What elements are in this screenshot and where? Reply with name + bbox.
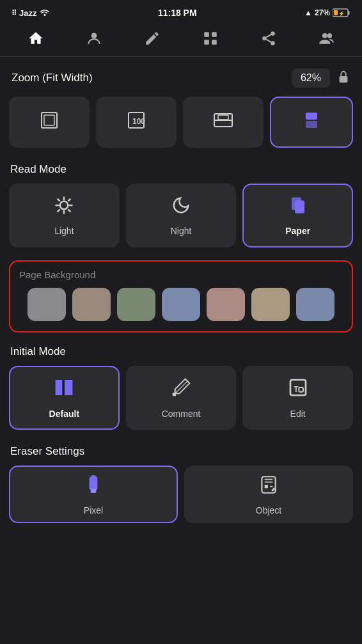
- init-edit-label: Edit: [290, 409, 306, 419]
- svg-rect-24: [306, 113, 317, 120]
- mode-night-label: Night: [171, 226, 192, 236]
- zoom-label: Zoom (Fit Width): [12, 72, 93, 84]
- svg-rect-6: [212, 32, 217, 37]
- read-mode-title: Read Mode: [9, 163, 353, 176]
- eraser-object-label: Object: [256, 505, 281, 515]
- svg-point-15: [327, 33, 332, 38]
- color-swatch-1[interactable]: [72, 288, 111, 321]
- initial-mode-grid: Default Comment T Edit: [9, 366, 353, 430]
- initial-mode-title: Initial Mode: [9, 345, 353, 358]
- svg-line-31: [58, 199, 60, 201]
- svg-point-26: [60, 201, 68, 209]
- mode-light-label: Light: [54, 226, 74, 236]
- svg-rect-8: [212, 40, 217, 45]
- actual-size-icon: 100: [126, 110, 146, 135]
- svg-text:⚡: ⚡: [338, 10, 345, 17]
- fit-width-icon: [213, 110, 233, 135]
- color-swatches: [17, 288, 345, 321]
- eraser-grid: Pixel Object: [9, 466, 353, 523]
- mode-paper-label: Paper: [285, 226, 310, 236]
- zoom-buttons: 100: [9, 97, 353, 148]
- svg-text:T: T: [294, 384, 299, 393]
- color-swatch-0[interactable]: [28, 288, 66, 321]
- mode-btn-night[interactable]: Night: [126, 184, 237, 247]
- svg-point-4: [91, 33, 97, 38]
- toolbar-home-icon[interactable]: [22, 27, 50, 50]
- carrier-label: Jazz: [19, 8, 36, 18]
- comment-icon: [171, 377, 191, 402]
- svg-rect-41: [299, 388, 303, 392]
- zoom-btn-fit-page[interactable]: [9, 97, 90, 148]
- object-icon: [258, 474, 279, 500]
- zoom-row: Zoom (Fit Width) 62%: [9, 57, 353, 97]
- eraser-settings-title: Eraser Settings: [9, 445, 353, 458]
- svg-rect-16: [340, 76, 348, 82]
- status-right: ▲ 27% ⚡: [304, 8, 350, 17]
- main-content: Zoom (Fit Width) 62% 100: [0, 57, 362, 523]
- color-swatch-6[interactable]: [296, 288, 334, 321]
- top-toolbar: [0, 23, 362, 57]
- svg-line-34: [68, 199, 70, 201]
- svg-point-14: [322, 33, 327, 38]
- init-comment-label: Comment: [162, 409, 201, 419]
- mode-btn-light[interactable]: Light: [9, 184, 120, 247]
- init-default-label: Default: [49, 409, 79, 419]
- eraser-btn-object[interactable]: Object: [184, 466, 353, 523]
- book-open-icon: [54, 377, 74, 402]
- moon-icon: [171, 196, 191, 219]
- lock-icon[interactable]: [336, 70, 350, 87]
- read-mode-grid: Light Night Paper: [9, 184, 353, 247]
- toolbar-users-icon[interactable]: [313, 27, 341, 50]
- battery-icon: ⚡: [333, 8, 350, 17]
- zoom-btn-actual[interactable]: 100: [96, 97, 177, 148]
- eraser-pixel-label: Pixel: [84, 505, 103, 515]
- zoom-right: 62%: [292, 68, 350, 88]
- init-btn-default[interactable]: Default: [9, 366, 120, 430]
- svg-line-13: [266, 35, 271, 37]
- svg-rect-23: [218, 115, 228, 120]
- status-carrier-wifi: ⠿ Jazz: [12, 8, 50, 18]
- svg-point-11: [271, 41, 275, 45]
- svg-rect-5: [204, 32, 209, 37]
- color-swatch-3[interactable]: [162, 288, 200, 321]
- status-bar: ⠿ Jazz 11:18 PM ▲ 27% ⚡: [0, 0, 362, 23]
- fit-page-icon: [39, 110, 59, 135]
- color-swatch-5[interactable]: [251, 288, 290, 321]
- eraser-btn-pixel[interactable]: Pixel: [9, 466, 178, 523]
- sun-icon: [54, 196, 74, 219]
- svg-line-32: [68, 210, 70, 212]
- init-btn-edit[interactable]: T Edit: [242, 366, 353, 430]
- svg-rect-1: [348, 11, 350, 15]
- svg-line-33: [58, 210, 60, 212]
- status-time: 11:18 PM: [158, 8, 197, 18]
- svg-text:100: 100: [132, 117, 145, 126]
- toolbar-pen-icon[interactable]: [138, 27, 166, 50]
- continuous-icon: [301, 110, 322, 135]
- svg-rect-18: [44, 115, 54, 125]
- svg-rect-7: [204, 40, 209, 45]
- edit-icon: T: [288, 377, 308, 402]
- pixel-icon: [83, 474, 104, 500]
- svg-rect-43: [91, 475, 95, 479]
- toolbar-share-icon[interactable]: [255, 27, 283, 50]
- svg-rect-36: [295, 200, 304, 213]
- toolbar-view-icon[interactable]: [196, 27, 224, 50]
- battery-label: 27%: [315, 8, 330, 17]
- zoom-btn-continuous[interactable]: [270, 97, 353, 148]
- paper-icon: [288, 196, 308, 219]
- init-btn-comment[interactable]: Comment: [126, 366, 237, 430]
- page-bg-title: Page Background: [17, 269, 345, 280]
- page-background-section: Page Background: [9, 260, 353, 333]
- color-swatch-4[interactable]: [207, 288, 245, 321]
- location-icon: ▲: [304, 8, 312, 17]
- svg-point-10: [262, 36, 267, 41]
- svg-line-12: [266, 40, 271, 42]
- color-swatch-2[interactable]: [117, 288, 155, 321]
- signal-icon: ⠿: [12, 9, 16, 17]
- svg-rect-25: [306, 121, 317, 128]
- zoom-btn-fit-width[interactable]: [183, 97, 264, 148]
- zoom-value[interactable]: 62%: [292, 68, 330, 88]
- svg-rect-2: [334, 10, 338, 15]
- mode-btn-paper[interactable]: Paper: [242, 184, 353, 247]
- toolbar-user-icon[interactable]: [80, 27, 108, 50]
